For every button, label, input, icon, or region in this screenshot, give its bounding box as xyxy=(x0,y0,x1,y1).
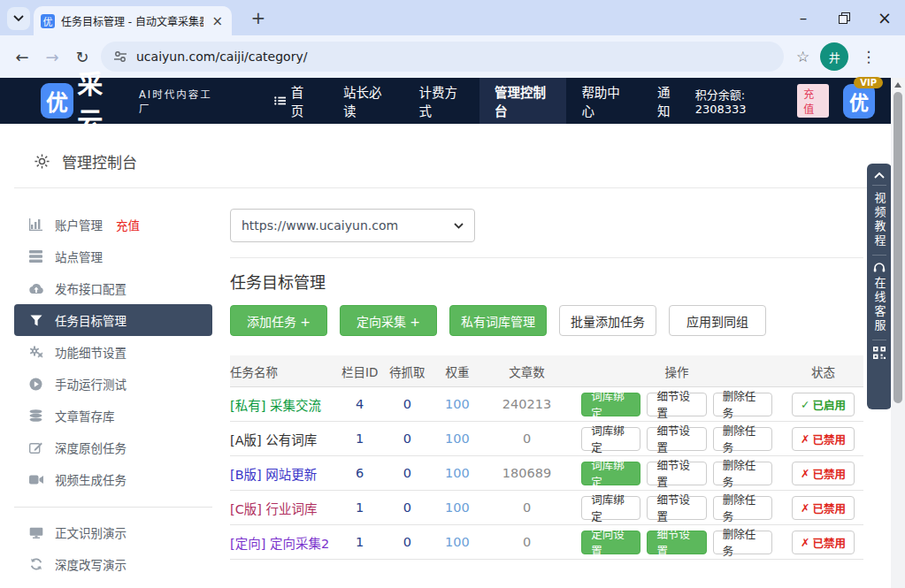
video-tutorial-link[interactable]: 视频教程 xyxy=(874,192,886,248)
back-icon[interactable]: ← xyxy=(7,48,37,66)
lexicon-bind-button[interactable]: 词库绑定 xyxy=(581,427,640,451)
sidebar-item-publish-api[interactable]: 发布接口配置 xyxy=(14,272,212,304)
close-button[interactable]: × xyxy=(864,0,905,35)
sidebar-item-sites[interactable]: 站点管理 xyxy=(14,241,212,272)
delete-task-button[interactable]: 删除任务 xyxy=(713,427,772,451)
sidebar-item-account[interactable]: 账户管理 充值 xyxy=(14,209,212,241)
scroll-up-arrow[interactable] xyxy=(894,82,901,88)
task-pending-count[interactable]: 0 xyxy=(381,535,433,549)
sidebar-item-article-store[interactable]: 文章暂存库 xyxy=(14,400,212,431)
task-name-link[interactable]: [A版] 公有词库 xyxy=(230,430,339,448)
browser-profile-avatar[interactable]: 井 xyxy=(820,42,848,71)
nav-item-home[interactable]: 首页 xyxy=(259,78,328,124)
status-label: 已禁用 xyxy=(812,534,846,551)
cross-icon: ✗ xyxy=(801,467,809,480)
task-name-link[interactable]: [C版] 行业词库 xyxy=(230,499,339,517)
table-row: [B版] 网站更新 6 0 100 180689 词库绑定 细节设置 删除任务 … xyxy=(230,456,863,491)
task-weight-link[interactable]: 100 xyxy=(433,500,481,515)
recharge-button[interactable]: 充值 xyxy=(797,84,829,118)
task-weight-link[interactable]: 100 xyxy=(433,535,481,549)
table-header-row: 任务名称 栏目ID 待抓取 权重 文章数 操作 状态 xyxy=(230,355,863,387)
refresh-icon xyxy=(28,558,43,570)
browser-menu-icon[interactable]: ⋮ xyxy=(861,48,876,65)
sidebar-item-manual-run[interactable]: 手动运行测试 xyxy=(14,368,212,400)
list-icon xyxy=(274,95,286,106)
task-pending-count[interactable]: 0 xyxy=(381,397,433,411)
status-toggle-button[interactable]: ✗ 已禁用 xyxy=(792,462,855,485)
detail-settings-button[interactable]: 细节设置 xyxy=(647,496,706,520)
lexicon-bind-button[interactable]: 词库绑定 xyxy=(581,393,640,416)
nav-item-label: 计费方式 xyxy=(419,82,465,119)
address-bar[interactable]: ucaiyun.com/caiji/category/ xyxy=(101,42,784,72)
task-weight-link[interactable]: 100 xyxy=(433,466,481,480)
nav-item-help[interactable]: 帮助中心 xyxy=(566,78,642,124)
nav-item-console[interactable]: 管理控制台 xyxy=(479,78,566,124)
batch-add-task-button[interactable]: 批量添加任务 xyxy=(559,305,656,336)
task-column-id[interactable]: 4 xyxy=(339,397,381,411)
online-service-link[interactable]: 在线客服 xyxy=(874,277,886,333)
tab-search-button[interactable] xyxy=(7,7,30,30)
task-weight-link[interactable]: 100 xyxy=(433,431,481,446)
targeted-collect-button[interactable]: 定向采集 + xyxy=(340,305,437,336)
new-tab-button[interactable]: + xyxy=(246,5,271,30)
sidebar-item-content-detect-demo[interactable]: 正文识别演示 xyxy=(14,516,212,548)
sidebar-item-feature-settings[interactable]: 功能细节设置 xyxy=(14,336,212,368)
minimize-button[interactable]: – xyxy=(783,0,824,35)
funnel-icon xyxy=(28,315,43,326)
tab-close-icon[interactable]: × xyxy=(210,13,225,29)
col-header-name: 任务名称 xyxy=(230,363,339,380)
private-lexicon-button[interactable]: 私有词库管理 xyxy=(449,305,547,336)
scrollbar-thumb[interactable] xyxy=(893,92,902,403)
page-scrollbar[interactable] xyxy=(891,78,905,588)
delete-task-button[interactable]: 删除任务 xyxy=(713,462,772,485)
task-column-id[interactable]: 6 xyxy=(339,466,381,480)
bookmark-star-icon[interactable]: ☆ xyxy=(796,48,809,65)
task-name-link[interactable]: [定向] 定向采集2 xyxy=(230,533,339,552)
user-avatar[interactable]: 优 VIP xyxy=(843,84,875,118)
cloud-upload-icon xyxy=(28,283,43,294)
qr-code-icon[interactable] xyxy=(873,347,886,359)
add-task-button[interactable]: 添加任务 + xyxy=(230,305,327,336)
sidebar-item-deep-original[interactable]: 深度原创任务 xyxy=(14,431,212,463)
sidebar-item-label: 文章暂存库 xyxy=(55,407,115,424)
targeted-settings-button[interactable]: 定向设置 xyxy=(581,531,640,554)
task-pending-count[interactable]: 0 xyxy=(381,431,433,446)
status-toggle-button[interactable]: ✓ 已启用 xyxy=(792,393,855,416)
status-toggle-button[interactable]: ✗ 已禁用 xyxy=(792,427,855,451)
chevron-up-icon[interactable] xyxy=(874,172,885,179)
detail-settings-button[interactable]: 细节设置 xyxy=(647,531,706,554)
sidebar-item-label: 功能细节设置 xyxy=(55,343,127,361)
nav-item-notice[interactable]: 通知 xyxy=(642,78,695,124)
lexicon-bind-button[interactable]: 词库绑定 xyxy=(581,462,640,485)
detail-settings-button[interactable]: 细节设置 xyxy=(647,393,706,416)
sidebar-item-task-targets[interactable]: 任务目标管理 xyxy=(14,304,212,336)
restore-button[interactable] xyxy=(824,0,864,35)
task-column-id[interactable]: 1 xyxy=(339,500,381,515)
delete-task-button[interactable]: 删除任务 xyxy=(713,393,772,416)
task-column-id[interactable]: 1 xyxy=(339,535,381,549)
delete-task-button[interactable]: 删除任务 xyxy=(713,531,772,554)
task-pending-count[interactable]: 0 xyxy=(381,466,433,480)
task-column-id[interactable]: 1 xyxy=(339,431,381,446)
task-weight-link[interactable]: 100 xyxy=(433,397,481,411)
status-toggle-button[interactable]: ✗ 已禁用 xyxy=(792,496,855,520)
sidebar-recharge-link[interactable]: 充值 xyxy=(116,216,140,233)
task-name-link[interactable]: [私有] 采集交流 xyxy=(230,395,339,414)
browser-tab[interactable]: 优 任务目标管理 - 自动文章采集器 × xyxy=(34,6,232,35)
sidebar-item-video-gen[interactable]: 视频生成任务 xyxy=(14,463,212,495)
detail-settings-button[interactable]: 细节设置 xyxy=(647,462,706,485)
task-pending-count[interactable]: 0 xyxy=(381,500,433,515)
site-settings-icon xyxy=(113,50,127,63)
logo-badge[interactable]: 优 xyxy=(41,83,73,118)
site-select[interactable]: https://www.ucaiyun.com xyxy=(230,209,475,242)
apply-to-group-button[interactable]: 应用到同组 xyxy=(669,305,766,336)
detail-settings-button[interactable]: 细节设置 xyxy=(647,427,706,451)
url-text[interactable]: ucaiyun.com/caiji/category/ xyxy=(136,50,307,64)
task-name-link[interactable]: [B版] 网站更新 xyxy=(230,464,339,483)
nav-item-pricing[interactable]: 计费方式 xyxy=(404,78,480,124)
sidebar-item-rewrite-demo[interactable]: 深度改写演示 xyxy=(14,548,212,580)
lexicon-bind-button[interactable]: 词库绑定 xyxy=(581,496,640,520)
delete-task-button[interactable]: 删除任务 xyxy=(713,496,772,520)
nav-item-must-read[interactable]: 站长必读 xyxy=(328,78,404,124)
status-toggle-button[interactable]: ✗ 已禁用 xyxy=(792,531,855,554)
